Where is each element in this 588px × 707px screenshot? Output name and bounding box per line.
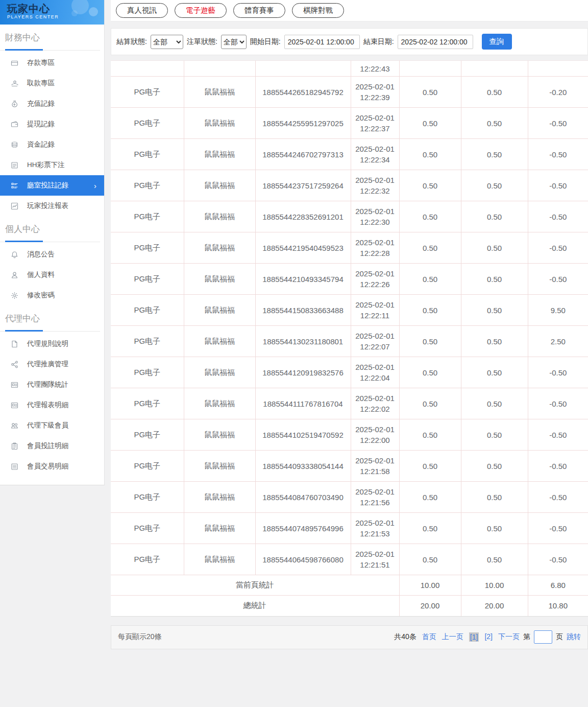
table-row: PG电子鼠鼠福福18855441508336634882025-02-0112:… <box>111 295 588 326</box>
tab-棋牌對戰[interactable]: 棋牌對戰 <box>292 3 344 18</box>
sidebar-item-bell[interactable]: 消息公告 <box>0 244 104 265</box>
bet-date: 2025-02-01 <box>353 268 397 279</box>
time-cell: 2025-02-0112:22:32 <box>351 170 399 201</box>
section-title: 個人中心 <box>0 216 104 235</box>
valid-bet-cell: 0.50 <box>461 544 528 575</box>
sidebar-item-document[interactable]: 代理規則說明 <box>0 334 104 354</box>
profit-cell: 9.50 <box>528 295 588 326</box>
order-cell: 1885544120919832576 <box>255 357 351 388</box>
sidebar-item-player-report[interactable]: 玩家投注報表 <box>0 196 104 216</box>
page-number-links: [1][2] <box>469 632 493 642</box>
time-cell: 2025-02-0112:22:00 <box>351 419 399 451</box>
venue-cell: PG电子 <box>111 77 184 108</box>
sidebar-item-label: 提現記錄 <box>27 120 55 129</box>
settle-status-select[interactable]: 全部 <box>151 35 183 49</box>
sidebar-item-hall-bet-record[interactable]: 廳室投註記錄› <box>0 175 104 196</box>
sidebar-item-recharge-record[interactable]: 充值記錄 <box>0 93 104 114</box>
deposit-icon <box>11 59 18 67</box>
search-button[interactable]: 查詢 <box>482 34 512 50</box>
end-date-input[interactable] <box>398 35 473 49</box>
gamepad-decoration-icon <box>71 10 78 16</box>
sidebar-item-label: 消息公告 <box>27 250 55 259</box>
table-row: PG电子鼠鼠福福18855440748957649962025-02-0112:… <box>111 513 588 544</box>
order-cell: 1885544210493345794 <box>255 264 351 295</box>
bet-date: 2025-02-01 <box>353 362 397 372</box>
game-cell: 鼠鼠福福 <box>184 170 255 201</box>
pagination-controls: 共40条 首页 上一页 [1][2] 下一页 第 页 跳转 <box>394 630 581 644</box>
prev-page-link[interactable]: 上一页 <box>442 632 463 642</box>
order-cell <box>255 61 351 77</box>
valid-bet-cell: 0.50 <box>461 295 528 326</box>
time-cell: 2025-02-0112:22:30 <box>351 201 399 232</box>
order-cell: 1885544084760703490 <box>255 482 351 513</box>
bet-cell: 0.50 <box>399 139 461 170</box>
time-cell: 2025-02-0112:22:34 <box>351 139 399 170</box>
sidebar-item-gear[interactable]: 修改密碼 <box>0 285 104 305</box>
valid-bet-cell: 0.50 <box>461 419 528 451</box>
bet-cell: 0.50 <box>399 170 461 201</box>
time-cell: 2025-02-0112:22:07 <box>351 326 399 357</box>
bet-date: 2025-02-01 <box>353 175 397 185</box>
profit-cell: -0.50 <box>528 264 588 295</box>
page-link[interactable]: [2] <box>484 632 493 642</box>
bet-cell: 0.50 <box>399 544 461 575</box>
sidebar-item-label: 個人資料 <box>27 270 55 279</box>
page-link[interactable]: [1] <box>469 632 479 642</box>
sidebar-item-list[interactable]: 會員交易明細 <box>0 456 104 477</box>
valid-bet-cell: 0.50 <box>461 264 528 295</box>
users-icon <box>11 422 18 430</box>
sidebar-item-idcard[interactable]: 代理團隊統計 <box>0 374 104 395</box>
bet-cell: 0.50 <box>399 108 461 139</box>
order-cell: 1885544237517259264 <box>255 170 351 201</box>
next-page-link[interactable]: 下一页 <box>498 632 520 642</box>
game-cell: 鼠鼠福福 <box>184 419 255 451</box>
game-cell: 鼠鼠福福 <box>184 482 255 513</box>
bet-cell: 0.50 <box>399 482 461 513</box>
share-icon <box>11 361 18 368</box>
sidebar-item-share[interactable]: 代理推廣管理 <box>0 354 104 374</box>
order-cell: 1885544074895764996 <box>255 513 351 544</box>
bet-cell: 0.50 <box>399 295 461 326</box>
sidebar-item-deposit[interactable]: 存款專區 <box>0 53 104 73</box>
profit-cell <box>528 61 588 77</box>
venue-cell: PG电子 <box>111 388 184 419</box>
sidebar-item-label: 資金記錄 <box>27 140 55 149</box>
jump-page-input[interactable] <box>534 630 552 644</box>
sidebar-item-lottery-bet[interactable]: HH彩票下注 <box>0 155 104 175</box>
tab-真人視訊[interactable]: 真人視訊 <box>116 3 168 18</box>
sidebar-item-idcard[interactable]: 代理報表明細 <box>0 395 104 415</box>
first-page-link[interactable]: 首页 <box>422 632 436 642</box>
sidebar-item-withdraw[interactable]: 取款專區 <box>0 73 104 93</box>
sidebar-item-label: 玩家投注報表 <box>27 201 68 210</box>
tab-體育賽事[interactable]: 體育賽事 <box>233 3 285 18</box>
profit-cell: -0.50 <box>528 170 588 201</box>
bet-time: 12:22:39 <box>353 92 397 103</box>
sidebar-item-users[interactable]: 代理下級會員 <box>0 415 104 436</box>
bet-cell: 0.50 <box>399 264 461 295</box>
summary-valid-bet-cell: 20.00 <box>461 596 528 616</box>
valid-bet-cell <box>461 61 528 77</box>
valid-bet-cell: 0.50 <box>461 451 528 482</box>
tab-電子遊藝[interactable]: 電子遊藝 <box>175 3 227 18</box>
section-underline <box>0 49 100 51</box>
withdrawal-record-icon <box>11 121 18 128</box>
sidebar-item-funds-record[interactable]: 資金記錄 <box>0 134 104 155</box>
sidebar-item-withdrawal-record[interactable]: 提現記錄 <box>0 114 104 134</box>
bet-records-table: 12:22:43PG电子鼠鼠福福18855442651829457922025-… <box>111 60 588 617</box>
sidebar-item-person[interactable]: 個人資料 <box>0 265 104 285</box>
start-date-input[interactable] <box>284 35 360 49</box>
bet-time: 12:22:37 <box>353 123 397 134</box>
venue-cell: PG电子 <box>111 232 184 264</box>
sidebar-item-label: HH彩票下注 <box>27 160 65 170</box>
sidebar-item-clipboard[interactable]: 會員投註明細 <box>0 436 104 456</box>
clipboard-icon <box>11 442 18 450</box>
bet-cell: 0.50 <box>399 326 461 357</box>
profit-cell: -0.50 <box>528 108 588 139</box>
table-row: PG电子鼠鼠福福18855441025194705922025-02-0112:… <box>111 419 588 451</box>
jump-link[interactable]: 跳转 <box>567 632 581 642</box>
profit-cell: -0.50 <box>528 232 588 264</box>
bet-date: 2025-02-01 <box>353 206 397 217</box>
valid-bet-cell: 0.50 <box>461 139 528 170</box>
order-status-select[interactable]: 全部 <box>221 35 247 49</box>
bet-date: 2025-02-01 <box>353 455 397 466</box>
